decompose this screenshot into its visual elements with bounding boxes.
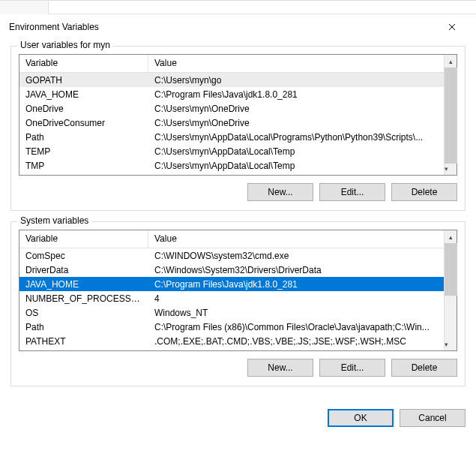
close-icon [448, 23, 456, 31]
value-cell: C:\Program Files\Java\jdk1.8.0_281 [148, 88, 457, 101]
table-row[interactable]: GOPATHC:\Users\myn\go [19, 73, 457, 87]
system-variables-group: System variables Variable Value ComSpecC… [10, 221, 466, 386]
col-header-variable[interactable]: Variable [19, 55, 148, 72]
table-row[interactable]: PathC:\Program Files (x86)\Common Files\… [19, 320, 457, 334]
system-variables-legend: System variables [17, 215, 91, 226]
value-cell: Windows_NT [148, 306, 457, 320]
value-cell: C:\Users\myn\go [148, 74, 457, 87]
scroll-thumb[interactable] [445, 243, 457, 296]
scroll-up-icon[interactable]: ▴ [445, 230, 457, 243]
scroll-thumb[interactable] [445, 68, 457, 164]
env-vars-dialog: Environment Variables User variables for… [0, 0, 476, 454]
variable-cell: JAVA_HOME [19, 278, 148, 291]
variable-cell: Path [19, 320, 148, 334]
variable-cell: TEMP [19, 145, 148, 158]
variable-cell: GOPATH [19, 74, 148, 87]
titlebar: Environment Variables [0, 14, 476, 41]
variable-cell: OneDrive [19, 102, 148, 116]
variable-cell: DriverData [19, 263, 148, 277]
table-row[interactable]: PathC:\Users\myn\AppData\Local\Programs\… [19, 130, 457, 144]
variable-cell: JAVA_HOME [19, 88, 148, 101]
table-row[interactable]: NUMBER_OF_PROCESSORS4 [19, 291, 457, 305]
variable-cell: ComSpec [19, 249, 148, 263]
user-scrollbar[interactable]: ▴ ▾ [444, 55, 457, 175]
table-row[interactable]: TEMPC:\Users\myn\AppData\Local\Temp [19, 144, 457, 158]
system-delete-button[interactable]: Delete [391, 359, 457, 377]
user-variables-legend: User variables for myn [17, 40, 113, 50]
variable-cell: OneDriveConsumer [19, 116, 148, 130]
table-row[interactable]: DriverDataC:\Windows\System32\Drivers\Dr… [19, 263, 457, 277]
dialog-footer: OK Cancel [0, 406, 476, 437]
value-cell: .COM;.EXE;.BAT;.CMD;.VBS;.VBE;.JS;.JSE;.… [148, 335, 457, 348]
value-cell: C:\Users\myn\AppData\Local\Programs\Pyth… [148, 131, 457, 144]
scroll-up-icon[interactable]: ▴ [445, 55, 457, 68]
user-delete-button[interactable]: Delete [391, 183, 457, 201]
user-new-button[interactable]: New... [247, 183, 313, 201]
ok-button[interactable]: OK [328, 409, 394, 427]
value-cell: C:\Users\myn\OneDrive [148, 102, 457, 116]
close-button[interactable] [437, 23, 467, 32]
scroll-down-icon[interactable]: ▾ [445, 338, 448, 350]
col-header-value[interactable]: Value [148, 230, 457, 248]
cancel-button[interactable]: Cancel [400, 409, 466, 427]
variable-cell: NUMBER_OF_PROCESSORS [19, 292, 148, 305]
table-row[interactable]: ComSpecC:\WINDOWS\system32\cmd.exe [19, 248, 457, 263]
scroll-down-icon[interactable]: ▾ [445, 162, 448, 175]
system-grid-header: Variable Value [19, 230, 457, 248]
system-edit-button[interactable]: Edit... [319, 359, 385, 377]
user-variables-grid[interactable]: Variable Value GOPATHC:\Users\myn\goJAVA… [19, 54, 457, 176]
table-row[interactable]: OSWindows_NT [19, 305, 457, 320]
table-row[interactable]: OneDriveConsumerC:\Users\myn\OneDrive [19, 116, 457, 130]
table-row[interactable]: TMPC:\Users\myn\AppData\Local\Temp [19, 158, 457, 173]
system-grid-body[interactable]: ComSpecC:\WINDOWS\system32\cmd.exeDriver… [19, 248, 457, 350]
table-row[interactable]: JAVA_HOMEC:\Program Files\Java\jdk1.8.0_… [19, 87, 457, 101]
value-cell: C:\Users\myn\AppData\Local\Temp [148, 145, 457, 158]
variable-cell: PATHEXT [19, 335, 148, 348]
value-cell: C:\WINDOWS\system32\cmd.exe [148, 249, 457, 263]
user-edit-button[interactable]: Edit... [319, 183, 385, 201]
table-row[interactable]: JAVA_HOMEC:\Program Files\Java\jdk1.8.0_… [19, 277, 457, 291]
table-row[interactable]: PATHEXT.COM;.EXE;.BAT;.CMD;.VBS;.VBE;.JS… [19, 334, 457, 348]
value-cell: C:\Users\myn\AppData\Local\Temp [148, 159, 457, 173]
value-cell: C:\Program Files (x86)\Common Files\Orac… [148, 320, 457, 334]
user-grid-body[interactable]: GOPATHC:\Users\myn\goJAVA_HOMEC:\Program… [19, 73, 457, 175]
user-variables-group: User variables for myn Variable Value GO… [10, 46, 466, 211]
variable-cell: TMP [19, 159, 148, 173]
variable-cell: Path [19, 131, 148, 144]
user-grid-header: Variable Value [19, 55, 457, 73]
value-cell: 4 [148, 292, 457, 305]
col-header-variable[interactable]: Variable [19, 230, 148, 248]
value-cell: C:\Users\myn\OneDrive [148, 116, 457, 130]
system-new-button[interactable]: New... [247, 359, 313, 377]
system-scrollbar[interactable]: ▴ ▾ [444, 230, 457, 350]
value-cell: C:\Program Files\Java\jdk1.8.0_281 [148, 278, 457, 291]
window-title: Environment Variables [9, 22, 99, 32]
table-row[interactable]: OneDriveC:\Users\myn\OneDrive [19, 101, 457, 116]
col-header-value[interactable]: Value [148, 55, 457, 72]
parent-window-chrome [0, 1, 476, 14]
system-variables-grid[interactable]: Variable Value ComSpecC:\WINDOWS\system3… [19, 230, 457, 351]
variable-cell: OS [19, 306, 148, 320]
value-cell: C:\Windows\System32\Drivers\DriverData [148, 263, 457, 277]
